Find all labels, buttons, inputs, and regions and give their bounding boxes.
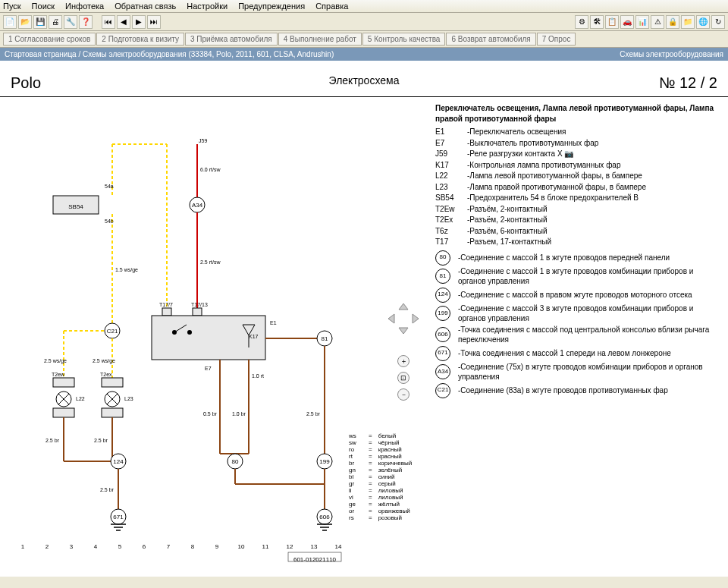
wire-label: 2.5 br xyxy=(94,438,108,443)
first-icon[interactable]: ⏮ xyxy=(102,15,115,29)
app-icon[interactable]: 🚗 xyxy=(620,15,634,29)
app-icon[interactable]: 🛠 xyxy=(590,15,604,29)
legend-desc: -Точка соединения с массой 1 спереди на … xyxy=(458,348,722,359)
svg-text:4: 4 xyxy=(94,543,98,550)
legend-row: T2Ew-Разъём, 2-контактный xyxy=(435,204,722,215)
tab-6[interactable]: 6 Возврат автомобиля xyxy=(446,33,535,46)
legend-row: E7-Выключатель противотуманных фар xyxy=(435,138,722,149)
model-name: Polo xyxy=(11,74,41,92)
legend-key: T2Ex xyxy=(435,215,463,225)
help-icon[interactable]: ❓ xyxy=(79,15,93,29)
prev-icon[interactable]: ◀ xyxy=(117,15,130,29)
menu-item[interactable]: Поиск xyxy=(32,2,55,11)
tool-icon[interactable]: 🔧 xyxy=(64,15,77,29)
label-j59: J59 xyxy=(199,138,207,143)
legend-node-icon: 199 xyxy=(435,306,450,321)
svg-text:12: 12 xyxy=(287,543,293,550)
pan-control[interactable] xyxy=(387,302,420,337)
last-icon[interactable]: ⏭ xyxy=(147,15,161,29)
legend-row: 606-Точка соединения с массой под центра… xyxy=(435,325,722,345)
color-row: ws=белый xyxy=(349,432,412,439)
app-icon[interactable]: 🔒 xyxy=(666,15,679,29)
legend-row: E1-Переключатель освещения xyxy=(435,127,722,137)
menu-item[interactable]: Инфотека xyxy=(65,2,104,11)
app-icon[interactable]: 📊 xyxy=(635,15,649,29)
breadcrumb-right: Схемы электрооборудования xyxy=(620,50,723,58)
svg-text:11: 11 xyxy=(262,543,269,550)
legend-row: C21-Соединение (83a) в жгуте проводов пр… xyxy=(435,383,722,398)
save-icon[interactable]: 💾 xyxy=(33,15,47,29)
open-icon[interactable]: 📂 xyxy=(18,15,32,29)
color-row: rt=красный xyxy=(349,453,412,460)
svg-rect-21 xyxy=(53,378,74,387)
node-199: 199 xyxy=(319,458,330,465)
svg-rect-12 xyxy=(162,308,171,316)
wire-label: 2.5 ws/ge xyxy=(44,358,67,364)
next-icon[interactable]: ▶ xyxy=(132,15,146,29)
label-l23: L23 xyxy=(124,396,133,401)
node-606: 606 xyxy=(319,514,330,520)
drawing-number: 601-012021110 xyxy=(293,556,337,563)
menu-item[interactable]: Справка xyxy=(315,2,348,11)
app-icon[interactable]: ↻ xyxy=(711,15,725,29)
menu-item[interactable]: Пуск xyxy=(3,2,21,11)
svg-rect-13 xyxy=(193,308,202,316)
breadcrumb: Стартовая страница / Схемы электрооборуд… xyxy=(0,48,728,61)
app-icon[interactable]: 🌐 xyxy=(696,15,710,29)
color-legend: ws=белыйsw=чёрныйro=красныйrt=красныйbr=… xyxy=(349,432,412,521)
legend-key: L23 xyxy=(435,182,463,193)
app-icon[interactable]: ⚠ xyxy=(651,15,664,29)
axis: 1 2 3 4 5 6 7 8 9 10 11 12 13 14 xyxy=(21,543,342,550)
toolbar: 📄 📂 💾 🖨 🔧 ❓ ⏮ ◀ ▶ ⏭ ⚙ 🛠 📋 🚗 📊 ⚠ 🔒 📁 🌐 ↻ xyxy=(0,13,728,31)
tab-3[interactable]: 3 Приёмка автомобиля xyxy=(185,33,278,46)
t17-label: T17/13 xyxy=(191,302,208,307)
label-e1: E1 xyxy=(270,320,277,325)
t17-label: T17/7 xyxy=(159,302,173,307)
menu-item[interactable]: Настройки xyxy=(187,2,228,11)
legend-key: E7 xyxy=(435,138,463,149)
legend-row: A34-Соединение (75x) в жгуте проводов ко… xyxy=(435,362,722,382)
new-icon[interactable]: 📄 xyxy=(3,15,17,29)
legend-key: K17 xyxy=(435,160,463,171)
svg-text:2: 2 xyxy=(46,543,49,550)
zoom-in-icon[interactable]: ＋ xyxy=(397,355,410,367)
color-row: rs=розовый xyxy=(349,514,412,521)
app-icon[interactable]: ⚙ xyxy=(575,15,588,29)
t2ex: T2ex xyxy=(100,372,112,377)
legend-desc: -Разъём, 2-контактный xyxy=(467,215,722,225)
legend-desc: -Разъём, 2-контактный xyxy=(467,204,722,215)
node-671: 671 xyxy=(113,514,124,520)
legend-desc: -Соединение с массой 1 в жгуте проводов … xyxy=(458,266,722,287)
svg-rect-26 xyxy=(102,378,123,387)
svg-text:13: 13 xyxy=(311,543,318,550)
label-e7: E7 xyxy=(205,366,212,371)
print-icon[interactable]: 🖨 xyxy=(49,15,62,29)
legend-node-icon: 124 xyxy=(435,288,450,303)
menu-item[interactable]: Предупреждения xyxy=(238,2,305,11)
app-icon[interactable]: 📋 xyxy=(605,15,619,29)
node-c21: C21 xyxy=(107,328,118,335)
tab-1[interactable]: 1 Согласование сроков xyxy=(3,33,96,46)
svg-text:8: 8 xyxy=(191,543,195,550)
page-number: № 12 / 2 xyxy=(659,74,717,92)
app-icon[interactable]: 📁 xyxy=(681,15,695,29)
node-80: 80 xyxy=(232,458,239,465)
zoom-fit-icon[interactable]: ⊡ xyxy=(397,372,410,384)
tab-4[interactable]: 4 Выполнение работ xyxy=(278,33,362,46)
legend-desc: -Соединение с массой 3 в жгуте проводов … xyxy=(458,303,722,324)
zoom-out-icon[interactable]: － xyxy=(397,388,410,401)
node-124: 124 xyxy=(113,458,124,465)
svg-point-16 xyxy=(187,330,192,335)
svg-text:14: 14 xyxy=(335,543,342,550)
legend-node-icon: 606 xyxy=(435,327,450,342)
wire-label: 2.5 br xyxy=(46,438,60,443)
legend-desc: -Контрольная лампа противотуманных фар xyxy=(467,160,722,171)
tab-5[interactable]: 5 Контроль качества xyxy=(362,33,446,46)
tab-7[interactable]: 7 Опрос xyxy=(537,33,576,46)
wire-label: 2.5 ws/ge xyxy=(93,358,115,364)
menu-item[interactable]: Обратная связь xyxy=(115,2,176,11)
legend-desc: -Соединение (75x) в жгуте проводов комби… xyxy=(458,362,722,382)
pan-down-icon xyxy=(399,328,408,334)
tab-2[interactable]: 2 Подготовка к визиту xyxy=(96,33,184,46)
legend-desc: -Разъем, 17-контактный xyxy=(467,237,722,247)
